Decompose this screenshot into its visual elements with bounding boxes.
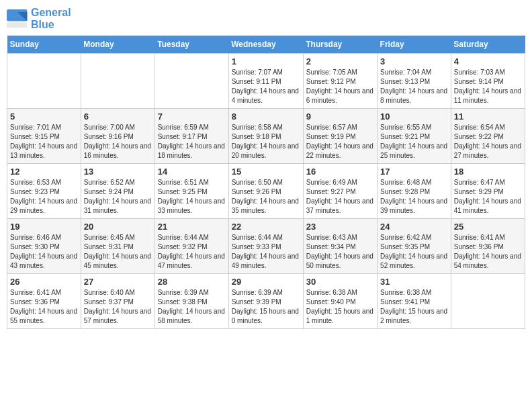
sunset: Sunset: 9:14 PM	[454, 77, 522, 87]
sunset: Sunset: 9:36 PM	[10, 298, 78, 307]
calendar-cell-0-0	[7, 54, 81, 109]
day-info: Sunrise: 6:41 AMSunset: 9:36 PMDaylight:…	[454, 233, 522, 271]
week-row-1: 1Sunrise: 7:07 AMSunset: 9:11 PMDaylight…	[7, 54, 525, 109]
calendar-cell-1-4: 9Sunrise: 6:57 AMSunset: 9:19 PMDaylight…	[303, 109, 377, 164]
daylight: Daylight: 14 hours and 37 minutes.	[306, 197, 374, 216]
daylight: Daylight: 14 hours and 39 minutes.	[380, 197, 448, 216]
sunrise: Sunrise: 6:46 AM	[10, 233, 78, 242]
day-info: Sunrise: 6:44 AMSunset: 9:32 PMDaylight:…	[158, 233, 226, 271]
calendar-cell-1-6: 11Sunrise: 6:54 AMSunset: 9:22 PMDayligh…	[451, 109, 525, 164]
day-info: Sunrise: 7:03 AMSunset: 9:14 PMDaylight:…	[454, 68, 522, 105]
calendar-cell-1-0: 5Sunrise: 7:01 AMSunset: 9:15 PMDaylight…	[7, 109, 81, 164]
calendar-header-row: SundayMondayTuesdayWednesdayThursdayFrid…	[7, 36, 525, 54]
sunrise: Sunrise: 6:49 AM	[306, 178, 374, 187]
day-number: 27	[84, 277, 152, 287]
calendar-cell-0-4: 2Sunrise: 7:05 AMSunset: 9:12 PMDaylight…	[303, 54, 377, 109]
day-number: 31	[380, 277, 448, 287]
day-number: 25	[454, 222, 522, 232]
sunset: Sunset: 9:17 PM	[158, 132, 226, 142]
day-number: 4	[454, 56, 522, 66]
calendar-cell-4-3: 29Sunrise: 6:39 AMSunset: 9:39 PMDayligh…	[228, 274, 303, 329]
day-number: 3	[380, 56, 448, 66]
sunrise: Sunrise: 6:58 AM	[232, 123, 300, 132]
calendar-cell-4-0: 26Sunrise: 6:41 AMSunset: 9:36 PMDayligh…	[7, 274, 81, 329]
sunrise: Sunrise: 6:48 AM	[380, 178, 448, 187]
day-info: Sunrise: 6:48 AMSunset: 9:28 PMDaylight:…	[380, 178, 448, 216]
sunrise: Sunrise: 6:39 AM	[158, 288, 226, 298]
day-number: 13	[84, 167, 152, 177]
daylight: Daylight: 14 hours and 35 minutes.	[232, 197, 300, 216]
day-number: 14	[158, 167, 226, 177]
day-info: Sunrise: 7:00 AMSunset: 9:16 PMDaylight:…	[84, 123, 152, 161]
day-number: 19	[10, 222, 78, 232]
calendar-cell-3-2: 21Sunrise: 6:44 AMSunset: 9:32 PMDayligh…	[154, 219, 228, 274]
day-info: Sunrise: 6:42 AMSunset: 9:35 PMDaylight:…	[380, 233, 448, 271]
sunrise: Sunrise: 6:50 AM	[232, 178, 300, 187]
day-info: Sunrise: 7:07 AMSunset: 9:11 PMDaylight:…	[232, 68, 300, 105]
sunset: Sunset: 9:13 PM	[380, 77, 448, 87]
day-number: 29	[232, 277, 300, 287]
sunset: Sunset: 9:32 PM	[158, 242, 226, 252]
sunrise: Sunrise: 6:45 AM	[84, 233, 152, 242]
sunset: Sunset: 9:36 PM	[454, 242, 522, 252]
daylight: Daylight: 14 hours and 29 minutes.	[10, 197, 78, 216]
day-info: Sunrise: 6:53 AMSunset: 9:23 PMDaylight:…	[10, 178, 78, 216]
sunset: Sunset: 9:12 PM	[306, 77, 374, 87]
day-info: Sunrise: 6:45 AMSunset: 9:31 PMDaylight:…	[84, 233, 152, 271]
header-sunday: Sunday	[7, 36, 81, 54]
week-row-4: 19Sunrise: 6:46 AMSunset: 9:30 PMDayligh…	[7, 219, 525, 274]
calendar-cell-3-4: 23Sunrise: 6:43 AMSunset: 9:34 PMDayligh…	[303, 219, 377, 274]
day-info: Sunrise: 6:59 AMSunset: 9:17 PMDaylight:…	[158, 123, 226, 161]
sunset: Sunset: 9:40 PM	[306, 298, 374, 307]
day-number: 10	[380, 111, 448, 122]
daylight: Daylight: 15 hours and 2 minutes.	[380, 307, 448, 326]
day-info: Sunrise: 6:55 AMSunset: 9:21 PMDaylight:…	[380, 123, 448, 161]
day-info: Sunrise: 6:51 AMSunset: 9:25 PMDaylight:…	[158, 178, 226, 216]
day-number: 21	[158, 222, 226, 232]
sunset: Sunset: 9:34 PM	[306, 242, 374, 252]
day-number: 6	[84, 111, 152, 122]
day-info: Sunrise: 6:39 AMSunset: 9:38 PMDaylight:…	[158, 288, 226, 326]
daylight: Daylight: 15 hours and 1 minute.	[306, 307, 374, 326]
sunrise: Sunrise: 6:51 AM	[158, 178, 226, 187]
daylight: Daylight: 14 hours and 6 minutes.	[306, 87, 374, 105]
calendar-cell-0-3: 1Sunrise: 7:07 AMSunset: 9:11 PMDaylight…	[228, 54, 303, 109]
sunrise: Sunrise: 6:40 AM	[84, 288, 152, 298]
daylight: Daylight: 14 hours and 31 minutes.	[84, 197, 152, 216]
day-info: Sunrise: 6:40 AMSunset: 9:37 PMDaylight:…	[84, 288, 152, 326]
sunset: Sunset: 9:21 PM	[380, 132, 448, 142]
daylight: Daylight: 15 hours and 0 minutes.	[232, 307, 300, 326]
sunset: Sunset: 9:23 PM	[10, 187, 78, 197]
day-info: Sunrise: 6:57 AMSunset: 9:19 PMDaylight:…	[306, 123, 374, 161]
calendar-cell-4-5: 31Sunrise: 6:38 AMSunset: 9:41 PMDayligh…	[378, 274, 451, 329]
calendar-cell-2-1: 13Sunrise: 6:52 AMSunset: 9:24 PMDayligh…	[81, 164, 154, 219]
calendar-cell-2-6: 18Sunrise: 6:47 AMSunset: 9:29 PMDayligh…	[451, 164, 525, 219]
calendar-cell-2-4: 16Sunrise: 6:49 AMSunset: 9:27 PMDayligh…	[303, 164, 377, 219]
day-number: 28	[158, 277, 226, 287]
calendar-cell-4-6	[451, 274, 525, 329]
sunrise: Sunrise: 7:04 AM	[380, 68, 448, 77]
sunset: Sunset: 9:24 PM	[84, 187, 152, 197]
day-info: Sunrise: 6:43 AMSunset: 9:34 PMDaylight:…	[306, 233, 374, 271]
sunrise: Sunrise: 7:03 AM	[454, 68, 522, 77]
daylight: Daylight: 14 hours and 4 minutes.	[232, 87, 300, 105]
sunset: Sunset: 9:35 PM	[380, 242, 448, 252]
sunrise: Sunrise: 6:57 AM	[306, 123, 374, 132]
sunset: Sunset: 9:33 PM	[232, 242, 300, 252]
day-number: 15	[232, 167, 300, 177]
header-thursday: Thursday	[303, 36, 377, 54]
calendar-cell-1-2: 7Sunrise: 6:59 AMSunset: 9:17 PMDaylight…	[154, 109, 228, 164]
sunset: Sunset: 9:26 PM	[232, 187, 300, 197]
sunrise: Sunrise: 6:44 AM	[232, 233, 300, 242]
calendar-cell-4-4: 30Sunrise: 6:38 AMSunset: 9:40 PMDayligh…	[303, 274, 377, 329]
daylight: Daylight: 14 hours and 45 minutes.	[84, 252, 152, 271]
daylight: Daylight: 14 hours and 58 minutes.	[158, 307, 226, 326]
sunset: Sunset: 9:31 PM	[84, 242, 152, 252]
day-number: 11	[454, 111, 522, 122]
sunset: Sunset: 9:30 PM	[10, 242, 78, 252]
sunrise: Sunrise: 6:53 AM	[10, 178, 78, 187]
sunset: Sunset: 9:16 PM	[84, 132, 152, 142]
day-info: Sunrise: 7:01 AMSunset: 9:15 PMDaylight:…	[10, 123, 78, 161]
calendar-cell-2-5: 17Sunrise: 6:48 AMSunset: 9:28 PMDayligh…	[378, 164, 451, 219]
daylight: Daylight: 14 hours and 18 minutes.	[158, 142, 226, 161]
